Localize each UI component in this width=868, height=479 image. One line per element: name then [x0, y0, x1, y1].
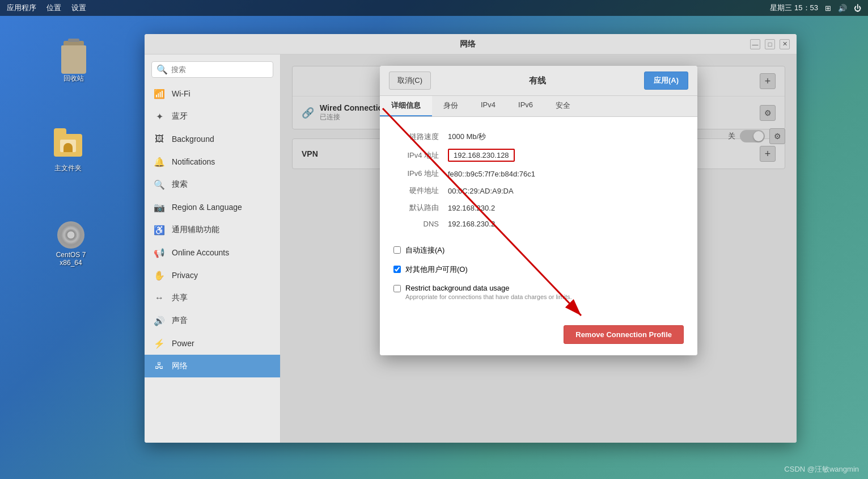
- sidebar-item-notifications[interactable]: 🔔 Notifications: [145, 150, 280, 173]
- sidebar-item-search[interactable]: 🔍 搜索: [145, 173, 280, 196]
- hardware-label: 硬件地址: [393, 186, 439, 196]
- background-icon: 🖼: [154, 133, 165, 145]
- dns-label: DNS: [393, 220, 439, 228]
- tab-security[interactable]: 安全: [544, 96, 582, 116]
- folder-icon: [54, 134, 82, 157]
- available-all-checkbox[interactable]: [393, 266, 401, 273]
- sidebar-item-power[interactable]: ⚡ Power: [145, 332, 280, 355]
- topbar-left: 应用程序 位置 设置: [7, 3, 86, 13]
- ipv4-value: 192.168.230.128: [448, 149, 515, 162]
- desktop-icon-disc[interactable]: CentOS 7 x86_64: [48, 221, 94, 267]
- dns-value: 192.168.230.2: [448, 220, 495, 228]
- sidebar-label-notifications: Notifications: [172, 157, 215, 166]
- hardware-value: 00:0C:29:AD:A9:DA: [448, 187, 514, 195]
- disc-icon: [57, 221, 84, 249]
- power-icon: ⏻: [854, 4, 861, 12]
- sidebar-item-accessibility[interactable]: ♿ 通用辅助功能: [145, 219, 280, 241]
- clock: 星期三 15：53: [770, 3, 818, 13]
- sidebar: 🔍 📶 Wi-Fi ✦ 蓝牙 🖼 Background 🔔 Notificati…: [145, 54, 281, 443]
- tab-ipv4[interactable]: IPv4: [469, 96, 507, 116]
- network-status-icon: ⊞: [825, 4, 831, 12]
- auto-connect-label[interactable]: 自动连接(A): [405, 245, 444, 255]
- hardware-row: 硬件地址 00:0C:29:AD:A9:DA: [393, 182, 684, 199]
- apply-button[interactable]: 应用(A): [644, 72, 688, 90]
- sidebar-item-sound[interactable]: 🔊 声音: [145, 309, 280, 332]
- remove-connection-button[interactable]: Remove Connection Profile: [564, 325, 684, 344]
- sidebar-label-wifi: Wi-Fi: [172, 89, 190, 98]
- tab-ipv6[interactable]: IPv6: [507, 96, 544, 116]
- ipv4-row: IPv4 地址 192.168.230.128: [393, 145, 684, 165]
- sidebar-label-region: Region & Language: [172, 203, 242, 212]
- ipv6-label: IPv6 地址: [393, 169, 439, 179]
- gateway-row: 默认路由 192.168.230.2: [393, 199, 684, 216]
- auto-connect-row: 自动连接(A): [393, 241, 684, 260]
- sidebar-item-sharing[interactable]: ↔ 共享: [145, 287, 280, 309]
- window-titlebar: 网络 — □ ✕: [145, 34, 797, 54]
- restrict-bg-row: Restrict background data usage Appropria…: [393, 279, 684, 305]
- trash-icon: [61, 45, 86, 74]
- wired-dialog: 取消(C) 有线 应用(A) 详细信息 身份 IPv4 IPv6 安全: [380, 66, 697, 355]
- dns-row: DNS 192.168.230.2: [393, 216, 684, 232]
- sidebar-label-online-accounts: Online Accounts: [172, 248, 229, 257]
- link-speed-row: 链路速度 1000 Mb/秒: [393, 128, 684, 145]
- ipv6-value: fe80::b9c5:7f7e:b84d:76c1: [448, 170, 535, 178]
- available-all-row: 对其他用户可用(O): [393, 260, 684, 279]
- tab-details[interactable]: 详细信息: [380, 96, 432, 116]
- dialog-overlay: 取消(C) 有线 应用(A) 详细信息 身份 IPv4 IPv6 安全: [281, 54, 797, 443]
- sidebar-item-background[interactable]: 🖼 Background: [145, 128, 280, 150]
- ipv4-label: IPv4 地址: [393, 150, 439, 161]
- sidebar-label-privacy: Privacy: [172, 271, 198, 280]
- tab-identity[interactable]: 身份: [432, 96, 469, 116]
- location-menu[interactable]: 位置: [46, 3, 61, 13]
- privacy-icon: ✋: [154, 270, 165, 281]
- sidebar-item-privacy[interactable]: ✋ Privacy: [145, 264, 280, 287]
- restrict-bg-sublabel: Appropriate for connections that have da…: [405, 293, 572, 300]
- auto-connect-checkbox[interactable]: [393, 246, 401, 254]
- window-controls: — □ ✕: [750, 39, 790, 49]
- volume-icon: 🔊: [838, 4, 847, 12]
- accessibility-icon: ♿: [154, 224, 165, 236]
- app-menu[interactable]: 应用程序: [7, 3, 36, 13]
- topbar-right: 星期三 15：53 ⊞ 🔊 ⏻: [770, 3, 861, 13]
- power-menu-icon: ⚡: [154, 338, 165, 349]
- cancel-button[interactable]: 取消(C): [389, 72, 431, 90]
- wifi-icon: 📶: [154, 88, 165, 99]
- search-box[interactable]: 🔍: [151, 61, 273, 78]
- region-icon: 📷: [154, 201, 165, 213]
- desktop-icon-trash[interactable]: 回收站: [51, 45, 96, 83]
- search-icon: 🔍: [156, 64, 168, 75]
- sidebar-label-network: 网络: [172, 361, 188, 371]
- desktop-icon-home[interactable]: 主文件夹: [45, 131, 91, 173]
- restrict-bg-label[interactable]: Restrict background data usage: [405, 284, 510, 292]
- sharing-icon: ↔: [154, 292, 165, 304]
- available-all-label[interactable]: 对其他用户可用(O): [405, 264, 468, 275]
- sidebar-item-network[interactable]: 🖧 网络: [145, 355, 280, 377]
- notifications-icon: 🔔: [154, 156, 165, 167]
- dialog-tabs: 详细信息 身份 IPv4 IPv6 安全: [380, 96, 697, 117]
- trash-label: 回收站: [63, 74, 84, 83]
- gateway-value: 192.168.230.2: [448, 204, 495, 212]
- sidebar-label-bluetooth: 蓝牙: [172, 111, 188, 121]
- network-menu-icon: 🖧: [154, 360, 165, 372]
- sidebar-label-search: 搜索: [172, 179, 188, 190]
- sidebar-item-online-accounts[interactable]: 📢 Online Accounts: [145, 241, 280, 264]
- settings-window: 网络 — □ ✕ 🔍 📶 Wi-Fi ✦ 蓝牙 🖼 Background: [145, 34, 797, 443]
- close-button[interactable]: ✕: [780, 39, 790, 49]
- minimize-button[interactable]: —: [750, 39, 760, 49]
- dialog-header: 取消(C) 有线 应用(A): [380, 66, 697, 96]
- search-input[interactable]: [171, 65, 268, 74]
- online-accounts-icon: 📢: [154, 247, 165, 258]
- sidebar-item-wifi[interactable]: 📶 Wi-Fi: [145, 82, 280, 105]
- window-body: 🔍 📶 Wi-Fi ✦ 蓝牙 🖼 Background 🔔 Notificati…: [145, 54, 797, 443]
- maximize-button[interactable]: □: [765, 39, 775, 49]
- settings-menu[interactable]: 设置: [71, 3, 86, 13]
- restrict-bg-checkbox[interactable]: [393, 285, 401, 292]
- home-label: 主文件夹: [54, 163, 82, 173]
- ipv6-row: IPv6 地址 fe80::b9c5:7f7e:b84d:76c1: [393, 165, 684, 182]
- gateway-label: 默认路由: [393, 203, 439, 213]
- sidebar-item-bluetooth[interactable]: ✦ 蓝牙: [145, 105, 280, 128]
- disc-label: CentOS 7 x86_64: [48, 251, 94, 267]
- dialog-title: 有线: [529, 75, 546, 86]
- sound-icon: 🔊: [154, 315, 165, 326]
- sidebar-item-region[interactable]: 📷 Region & Language: [145, 196, 280, 219]
